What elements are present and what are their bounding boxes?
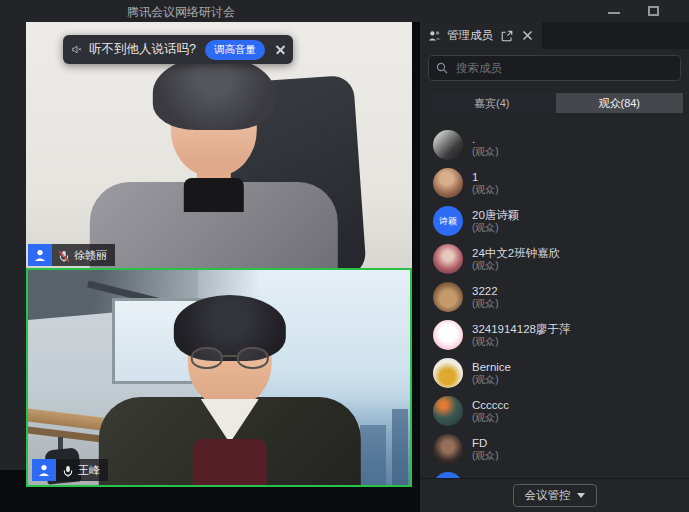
caret-down-icon [577,493,585,498]
member-name: 3222 [472,284,499,298]
avatar [433,130,463,160]
member-row[interactable]: 1(观众) [420,164,689,202]
close-icon [522,30,533,41]
participant-role-badge [28,244,52,266]
member-name: . [472,132,499,146]
minimize-icon [608,12,620,14]
maximize-icon [648,6,659,16]
panel-close-button[interactable] [520,29,534,43]
member-row[interactable]: 诗颖 20唐诗颖(观众) [420,202,689,240]
title-bar: 腾讯会议网络研讨会 [0,0,689,22]
participant-name: 徐赣丽 [74,248,107,263]
video-stage: 徐赣丽 [0,22,420,512]
member-role: (观众) [472,222,519,235]
muted-speaker-icon [72,43,82,56]
avatar [433,358,463,388]
panel-footer: 会议管控 [420,478,689,512]
member-row[interactable]: Cccccc(观众) [420,392,689,430]
meeting-title: 腾讯会议网络研讨会 [0,4,362,21]
stage-side-gutter [0,22,26,470]
members-group-icon [428,30,441,42]
members-panel: 管理成员 [420,22,689,512]
manage-members-tab[interactable]: 管理成员 [420,22,542,49]
video-tile-wangfeng[interactable]: 王峰 [26,268,412,487]
pop-out-icon [501,30,513,42]
meeting-control-button[interactable]: 会议管控 [513,484,597,507]
tab-guests[interactable]: 嘉宾(4) [428,93,556,113]
avatar [433,168,463,198]
member-row[interactable]: G [420,468,689,478]
panel-tab-strip: 管理成员 [420,22,689,49]
audio-toast: 听不到他人说话吗? 调高音量 [63,35,293,64]
avatar [433,396,463,426]
member-name: 1 [472,170,499,184]
member-name: 3241914128廖于萍 [472,322,570,336]
participant-video-woman [84,56,344,268]
member-name: 20唐诗颖 [472,208,519,222]
member-role: (观众) [472,298,499,311]
member-row[interactable]: 3241914128廖于萍(观众) [420,316,689,354]
toast-close-button[interactable] [274,43,284,57]
avatar [433,282,463,312]
avatar: 诗颖 [433,206,463,236]
person-icon [33,248,47,262]
member-role: (观众) [472,336,570,349]
tab-audience[interactable]: 观众(84) [556,93,684,113]
member-row[interactable]: .(观众) [420,126,689,164]
member-name: Cccccc [472,398,509,412]
member-role: (观众) [472,374,511,387]
name-tag: 徐赣丽 [28,244,115,266]
audience-tabs: 嘉宾(4) 观众(84) [428,93,683,113]
glasses-graphic [191,347,269,371]
maximize-button[interactable] [641,0,667,22]
member-name: Bernice [472,360,511,374]
meeting-control-label: 会议管控 [525,488,571,503]
member-role: (观众) [472,184,499,197]
avatar [433,320,463,350]
member-role: (观众) [472,450,499,463]
pop-out-button[interactable] [500,29,514,43]
panel-title: 管理成员 [447,28,494,43]
member-row[interactable]: Bernice(观众) [420,354,689,392]
mic-muted-icon [58,249,70,262]
participant-video-man [95,295,365,485]
toast-message: 听不到他人说话吗? [89,41,196,58]
meeting-window: 腾讯会议网络研讨会 [0,0,689,512]
member-row[interactable]: FD(观众) [420,430,689,468]
member-role: (观众) [472,146,499,159]
search-input[interactable] [454,61,673,75]
minimize-button[interactable] [601,0,627,22]
person-icon [37,463,51,477]
member-role: (观众) [472,260,560,273]
member-name: 24中文2班钟嘉欣 [472,246,560,260]
member-row[interactable]: 3222(观众) [420,278,689,316]
raise-volume-button[interactable]: 调高音量 [205,40,265,60]
participant-role-badge [32,459,56,481]
name-tag: 王峰 [32,459,108,481]
participant-name: 王峰 [78,463,100,478]
member-role: (观众) [472,412,509,425]
member-search[interactable] [428,55,681,81]
search-icon [436,62,448,74]
avatar [433,434,463,464]
member-name: FD [472,436,499,450]
member-row[interactable]: 24中文2班钟嘉欣(观众) [420,240,689,278]
member-list: .(观众) 1(观众) 诗颖 20唐诗颖(观众) 24中文2班钟嘉欣(观众) 3… [420,120,689,478]
mic-on-icon [62,464,74,477]
avatar [433,244,463,274]
